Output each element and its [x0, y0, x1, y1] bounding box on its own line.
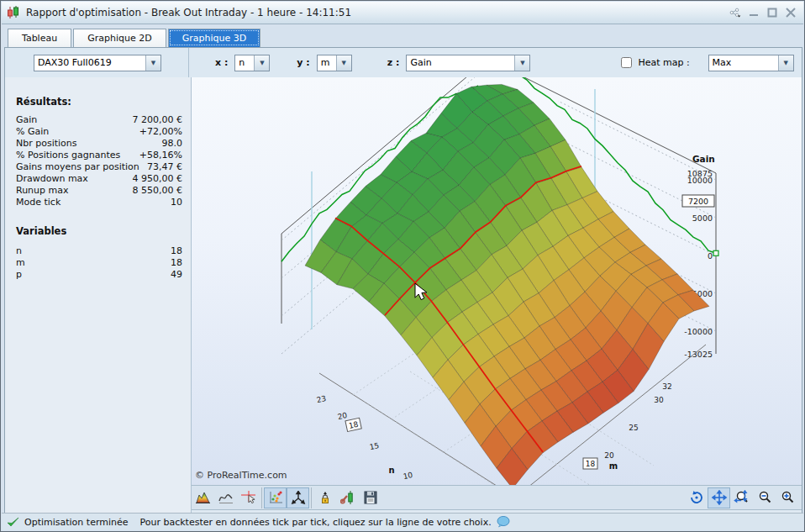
z-axis-value: Gain	[407, 57, 514, 68]
minimize-button[interactable]	[748, 7, 760, 18]
surface-chart-button[interactable]	[192, 487, 214, 508]
chevron-down-icon: ▼	[145, 55, 160, 71]
maximize-button[interactable]	[766, 7, 778, 18]
result-row: % Gain+72,00%	[16, 126, 182, 138]
title-bar: Rapport d'optimisation - Break Out Intra…	[2, 2, 803, 24]
z-axis-label: z :	[387, 57, 400, 68]
status-hint: Pour backtester en données tick par tick…	[140, 517, 492, 528]
svg-text:18: 18	[586, 460, 596, 468]
heatmap-label: Heat map :	[638, 57, 689, 68]
share-icon[interactable]	[729, 7, 741, 18]
status-bar: Optimisation terminée Pour backtester en…	[2, 513, 803, 530]
svg-text:10: 10	[402, 471, 414, 481]
chevron-down-icon: ▼	[514, 55, 529, 71]
window-title: Rapport d'optimisation - Break Out Intra…	[26, 7, 351, 18]
strategy-settings-button[interactable]	[336, 487, 359, 508]
heatmap-checkbox[interactable]	[621, 57, 632, 68]
main-panel: DAX30 Full0619 ▼ x : n ▼ y : m ▼ z : Gai…	[4, 47, 802, 514]
chart-controls-row: DAX30 Full0619 ▼ x : n ▼ y : m ▼ z : Gai…	[5, 48, 802, 78]
chart-toolbar	[192, 485, 802, 510]
toolbar-separator	[261, 487, 262, 508]
heatmap-mode-select[interactable]: Max ▼	[708, 55, 794, 71]
toolbar-separator	[311, 487, 312, 508]
y-axis-value: m	[318, 57, 336, 68]
x-axis-select[interactable]: n ▼	[234, 55, 270, 71]
instrument-select[interactable]: DAX30 Full0619 ▼	[34, 55, 161, 71]
save-button[interactable]	[359, 487, 381, 508]
candlestick-app-icon	[6, 6, 21, 19]
svg-text:10000: 10000	[687, 176, 713, 185]
result-row: % Positions gagnantes+58,16%	[16, 150, 182, 161]
svg-text:25: 25	[629, 424, 638, 432]
n-axis-title: n	[388, 466, 394, 475]
surface-3d-chart[interactable]: Gain108751000050000-5000-10000-130257200…	[192, 77, 802, 485]
svg-text:30: 30	[654, 396, 664, 404]
line-chart-button[interactable]	[214, 487, 237, 508]
m-axis-title: m	[609, 461, 618, 471]
rotate-button[interactable]	[685, 487, 708, 508]
chat-bubble-icon[interactable]	[497, 516, 510, 528]
check-icon	[7, 517, 19, 528]
gain-axis-title: Gain	[692, 154, 715, 164]
result-row: Gain7 200,00 €	[16, 114, 182, 126]
heatmap-mode-value: Max	[709, 57, 778, 68]
svg-text:15: 15	[369, 441, 380, 451]
optimization-report-window: Rapport d'optimisation - Break Out Intra…	[0, 0, 805, 532]
svg-text:20: 20	[337, 411, 349, 421]
result-row: Gains moyens par position73,47 €	[16, 161, 182, 173]
axes-3d-button[interactable]	[287, 487, 309, 508]
y-axis-select[interactable]: m ▼	[317, 55, 352, 71]
chart-copyright: © ProRealTime.com	[195, 470, 287, 481]
svg-text:-10000: -10000	[684, 327, 713, 336]
y-axis-label: y :	[297, 57, 309, 68]
result-row: Nbr positions98.0	[16, 138, 182, 150]
chevron-down-icon: ▼	[336, 55, 351, 71]
chevron-down-icon: ▼	[778, 55, 793, 71]
variable-row: m18	[16, 257, 182, 269]
x-axis-label: x :	[215, 57, 228, 68]
scatter-chart-button[interactable]	[264, 487, 287, 508]
close-button[interactable]	[785, 7, 797, 18]
chevron-down-icon: ▼	[254, 55, 269, 71]
instrument-value: DAX30 Full0619	[34, 57, 145, 68]
variables-heading: Variables	[16, 225, 66, 237]
svg-text:7200: 7200	[688, 197, 708, 206]
results-panel: Résultats: Gain7 200,00 € % Gain+72,00% …	[5, 77, 192, 514]
zoom-in-button[interactable]	[776, 487, 798, 508]
variable-row: n18	[16, 245, 182, 257]
svg-text:0: 0	[708, 251, 713, 261]
svg-text:5000: 5000	[692, 213, 713, 223]
svg-text:23: 23	[316, 394, 327, 404]
zoom-out-button[interactable]	[753, 487, 776, 508]
tab-graphique-3d[interactable]: Graphique 3D	[168, 29, 260, 47]
x-axis-value: n	[235, 57, 254, 68]
toolbar-separator	[188, 48, 189, 77]
status-text: Optimisation terminée	[24, 517, 129, 528]
tab-tableau[interactable]: Tableau	[8, 29, 71, 47]
svg-text:32: 32	[662, 382, 671, 391]
zoom-extents-button[interactable]	[730, 487, 753, 508]
pan-button[interactable]	[708, 487, 730, 508]
profile-end-marker	[713, 250, 718, 255]
result-row: Mode tick10	[16, 197, 182, 208]
results-heading: Résultats:	[16, 96, 71, 108]
result-row: Drawdown max4 950,00 €	[16, 173, 182, 185]
variable-row: p49	[16, 269, 182, 281]
z-axis-select[interactable]: Gain ▼	[406, 55, 530, 71]
svg-text:20: 20	[604, 451, 614, 460]
lock-scale-button[interactable]	[313, 487, 336, 508]
crosshair-cursor-button[interactable]	[237, 487, 260, 508]
tab-bar: Tableau Graphique 2D Graphique 3D	[8, 29, 262, 47]
result-row: Runup max8 550,00 €	[16, 185, 182, 197]
surface-mesh	[305, 84, 709, 485]
tab-graphique-2d[interactable]: Graphique 2D	[73, 29, 166, 47]
